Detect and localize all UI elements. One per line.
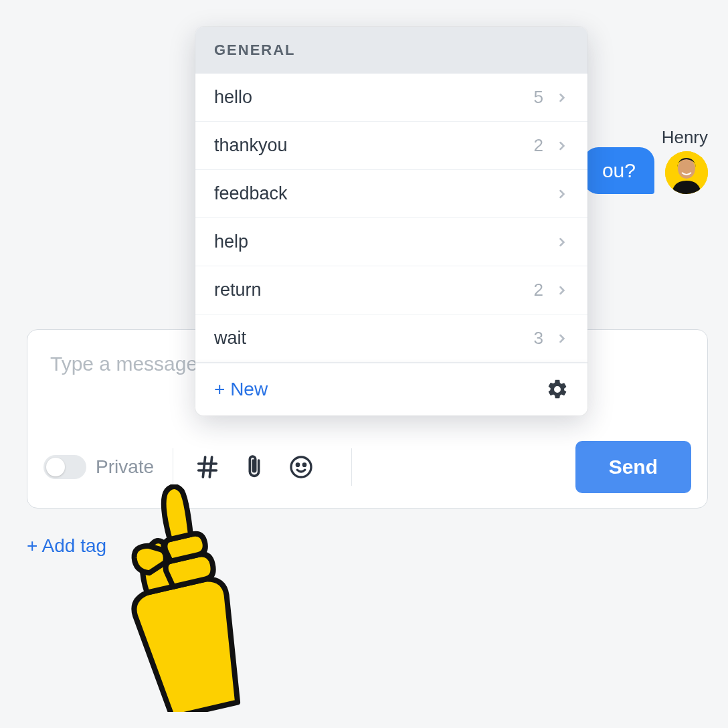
private-label: Private [96,456,154,478]
popover-footer: + New [195,363,587,416]
private-toggle[interactable] [43,455,86,479]
sender-name: Henry [662,127,708,148]
hash-icon[interactable] [192,452,223,482]
popover-item-count: 2 [534,280,543,300]
popover-item-label: help [214,232,543,252]
svg-line-4 [203,457,205,477]
chat-context: ou? [583,147,708,194]
chevron-right-icon [555,236,569,249]
popover-item-feedback[interactable]: feedback [195,170,587,218]
add-tag-link[interactable]: + Add tag [27,535,106,557]
popover-item-label: hello [214,87,534,108]
popover-item-help[interactable]: help [195,218,587,266]
popover-item-label: wait [214,328,534,349]
pointing-hand-illustration [119,484,246,712]
send-button[interactable]: Send [575,441,691,493]
chat-bubble: ou? [583,147,654,194]
chevron-right-icon [555,284,569,297]
popover-header: GENERAL [195,27,587,74]
popover-item-count: 2 [534,135,543,156]
new-response-link[interactable]: + New [214,379,268,400]
toggle-knob [46,458,65,476]
avatar [665,151,708,194]
attachment-icon[interactable] [239,452,270,482]
popover-item-label: thankyou [214,135,534,156]
chevron-right-icon [555,91,569,104]
divider [173,448,173,486]
emoji-icon[interactable] [286,452,316,482]
popover-item-thankyou[interactable]: thankyou 2 [195,122,587,170]
composer-toolbar: Private Send [27,429,707,508]
divider [351,448,352,486]
svg-point-1 [678,159,695,179]
gear-icon[interactable] [546,378,569,401]
popover-item-hello[interactable]: hello 5 [195,74,587,122]
canned-responses-popover: GENERAL hello 5 thankyou 2 feedback help… [195,27,587,416]
chevron-right-icon [555,332,569,345]
popover-item-return[interactable]: return 2 [195,266,587,314]
svg-point-8 [303,464,305,466]
chevron-right-icon [555,187,569,201]
popover-item-label: return [214,280,534,300]
popover-item-wait[interactable]: wait 3 [195,314,587,363]
private-toggle-wrap: Private [43,455,154,479]
svg-point-6 [291,457,311,477]
popover-item-count: 5 [534,87,543,108]
popover-item-count: 3 [534,328,543,349]
svg-line-5 [209,457,211,477]
popover-item-label: feedback [214,183,543,204]
chevron-right-icon [555,139,569,153]
svg-point-7 [296,464,298,466]
